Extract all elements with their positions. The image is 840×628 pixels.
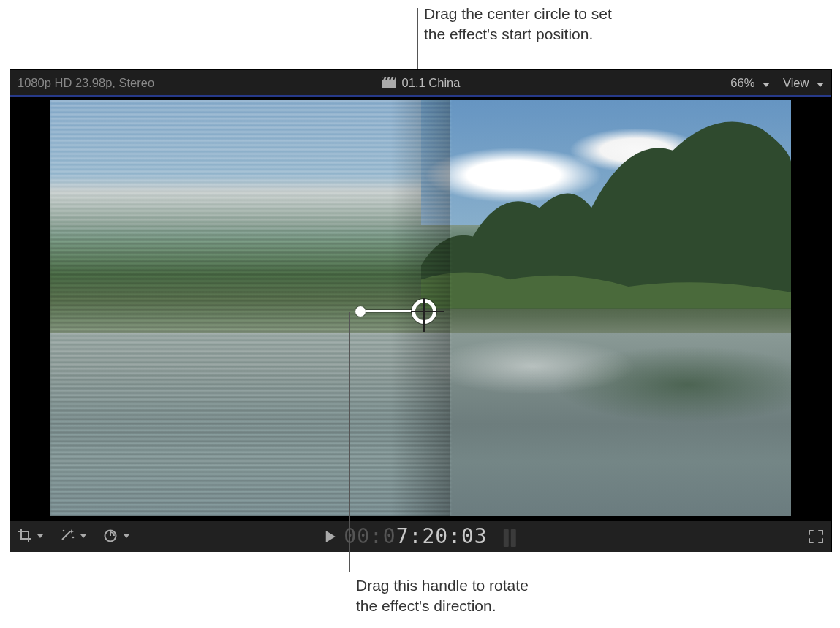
view-label: View: [783, 76, 809, 89]
svg-line-6: [62, 531, 70, 540]
viewer-titlebar: 1080p HD 23.98p, Stereo 01.1 China 66%: [10, 70, 831, 97]
clip-name: 01.1 China: [402, 76, 461, 90]
retime-icon: [102, 528, 118, 545]
scene-mountains: [421, 100, 792, 309]
video-frame: [50, 100, 791, 516]
transport-timecode: 00:07:20:03: [325, 524, 515, 548]
scene-water: [50, 333, 791, 516]
crop-icon: [18, 528, 32, 545]
retime-menu[interactable]: [102, 528, 129, 545]
svg-point-8: [72, 537, 75, 539]
view-menu[interactable]: View: [783, 76, 824, 90]
annotation-bottom: Drag this handle to rotate the effect's …: [356, 575, 529, 617]
format-label: 1080p HD 23.98p, Stereo: [18, 76, 154, 90]
fullscreen-button[interactable]: [808, 529, 824, 544]
chevron-down-icon: [763, 83, 770, 87]
chevron-down-icon: [817, 83, 824, 87]
zoom-menu[interactable]: 66%: [730, 76, 770, 90]
clapper-icon: [382, 77, 396, 88]
viewer-canvas[interactable]: [10, 97, 831, 520]
viewer-window: 1080p HD 23.98p, Stereo 01.1 China 66%: [10, 69, 832, 552]
play-button[interactable]: [325, 531, 335, 542]
chevron-down-icon: [124, 534, 129, 538]
effect-rotate-handle[interactable]: [355, 306, 366, 317]
timecode-bright: 7:20:03: [396, 524, 488, 548]
effect-center-handle[interactable]: [412, 299, 436, 324]
timecode-dim: 00:0: [344, 524, 396, 548]
enhance-menu[interactable]: [59, 528, 86, 545]
timecode-display: 00:07:20:03: [344, 524, 487, 548]
viewer-toolbar: 00:07:20:03: [10, 520, 831, 552]
zoom-value: 66%: [730, 76, 754, 89]
annotation-top: Drag the center circle to set the effect…: [424, 4, 612, 45]
effect-direction-stem[interactable]: [360, 310, 415, 312]
chevron-down-icon: [37, 534, 43, 538]
svg-rect-0: [382, 80, 396, 88]
svg-point-7: [63, 530, 65, 532]
audio-meter: [504, 529, 516, 547]
chevron-down-icon: [80, 534, 86, 538]
transform-crop-menu[interactable]: [18, 528, 43, 545]
annotation-leader-bottom: [349, 312, 350, 572]
wand-icon: [59, 528, 75, 545]
